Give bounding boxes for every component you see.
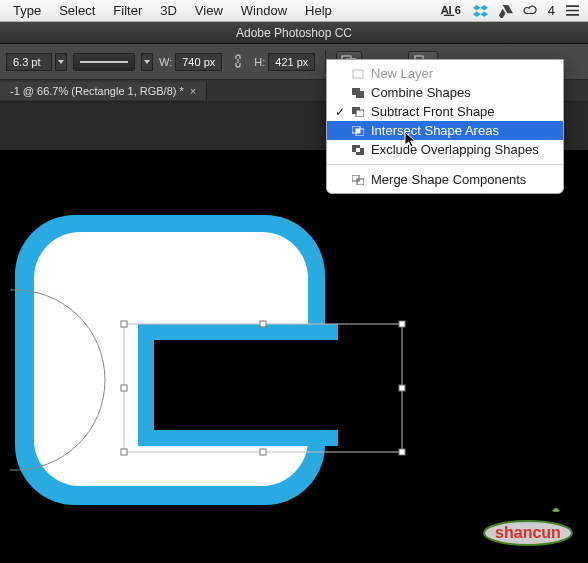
checkmark-icon: ✓ [333, 105, 347, 119]
watermark-text: shancun [495, 524, 561, 541]
menu-intersect-shape-areas[interactable]: Intersect Shape Areas [327, 121, 563, 140]
menu-new-layer: New Layer [327, 64, 563, 83]
menu-combine-shapes[interactable]: Combine Shapes [327, 83, 563, 102]
svg-rect-9 [399, 385, 405, 391]
menu-select[interactable]: Select [50, 3, 104, 18]
height-label: H: [254, 56, 265, 68]
svg-rect-11 [260, 449, 266, 455]
svg-rect-25 [357, 179, 364, 185]
selection-bounding-box[interactable] [120, 320, 420, 520]
notifications-count[interactable]: 4 [548, 3, 555, 18]
app-titlebar: Adobe Photoshop CC [0, 22, 588, 44]
svg-rect-13 [353, 70, 363, 78]
svg-rect-6 [260, 321, 266, 327]
menu-help[interactable]: Help [296, 3, 341, 18]
svg-rect-4 [124, 324, 402, 452]
svg-rect-5 [121, 321, 127, 327]
close-tab-icon[interactable]: × [190, 85, 196, 97]
googledrive-icon[interactable] [498, 3, 513, 18]
menu-window[interactable]: Window [232, 3, 296, 18]
document-canvas[interactable] [0, 150, 588, 563]
ai-indicator-icon[interactable]: A͟I 6 [439, 3, 463, 18]
svg-rect-7 [399, 321, 405, 327]
intersect-shape-icon [351, 125, 365, 137]
document-tab[interactable]: -1 @ 66.7% (Rectangle 1, RGB/8) * × [0, 82, 207, 100]
svg-rect-20 [356, 129, 360, 133]
path-operations-menu: New Layer Combine Shapes ✓ Subtract Fron… [326, 59, 564, 194]
hamburger-icon[interactable] [565, 3, 580, 18]
width-label: W: [159, 56, 172, 68]
document-tab-title: -1 @ 66.7% (Rectangle 1, RGB/8) * [10, 85, 184, 97]
svg-rect-8 [121, 385, 127, 391]
stroke-width-dropdown[interactable] [55, 53, 67, 71]
svg-rect-10 [121, 449, 127, 455]
combine-shapes-icon [351, 87, 365, 99]
mac-menubar: Type Select Filter 3D View Window Help A… [0, 0, 588, 22]
svg-rect-15 [356, 91, 364, 98]
menu-3d[interactable]: 3D [151, 3, 186, 18]
app-title: Adobe Photoshop CC [236, 26, 352, 40]
menu-merge-shape-components[interactable]: Merge Shape Components [327, 170, 563, 189]
stroke-style-preview[interactable] [73, 53, 135, 71]
menu-filter[interactable]: Filter [104, 3, 151, 18]
menu-subtract-front-shape[interactable]: ✓ Subtract Front Shape [327, 102, 563, 121]
menu-view[interactable]: View [186, 3, 232, 18]
menu-divider [327, 164, 563, 165]
svg-rect-24 [352, 175, 359, 181]
dropbox-icon[interactable] [473, 3, 488, 18]
svg-rect-23 [356, 148, 360, 152]
mouse-cursor-icon [404, 131, 418, 149]
stroke-style-dropdown[interactable] [141, 53, 153, 71]
menu-exclude-overlapping-shapes[interactable]: Exclude Overlapping Shapes [327, 140, 563, 159]
svg-rect-12 [399, 449, 405, 455]
subtract-shape-icon [351, 106, 365, 118]
creativecloud-icon[interactable] [523, 3, 538, 18]
link-wh-icon[interactable] [228, 54, 248, 70]
exclude-shape-icon [351, 144, 365, 156]
merge-shape-icon [351, 174, 365, 186]
menubar-tray: A͟I 6 4 [439, 3, 584, 18]
stroke-width-field[interactable]: 6.3 pt [6, 53, 52, 71]
svg-rect-17 [356, 110, 364, 117]
watermark: shancun [480, 503, 576, 551]
width-field[interactable]: 740 px [175, 53, 222, 71]
menu-type[interactable]: Type [4, 3, 50, 18]
new-layer-icon [351, 68, 365, 80]
height-field[interactable]: 421 px [268, 53, 315, 71]
